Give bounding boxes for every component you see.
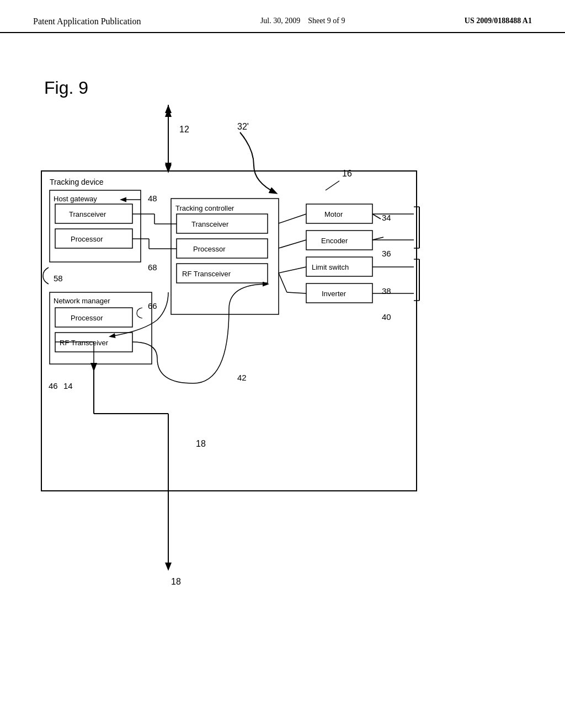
- ref-58: 58: [54, 274, 63, 283]
- tracking-controller-label: Tracking controller: [175, 204, 234, 212]
- page-header: Patent Application Publication Jul. 30, …: [0, 0, 565, 33]
- ref-18b: 18: [171, 577, 181, 586]
- header-center: Jul. 30, 2009 Sheet 9 of 9: [260, 17, 345, 25]
- rf-transceiver2-label: RF Transceiver: [182, 270, 231, 278]
- ref-14: 14: [63, 381, 73, 390]
- limit-switch-label: Limit switch: [312, 263, 349, 271]
- ref-32: 32': [237, 122, 249, 131]
- patent-number: US 2009/0188488 A1: [465, 17, 532, 25]
- svg-line-5: [279, 240, 306, 248]
- ref-66: 66: [148, 301, 157, 311]
- ref-12: 12: [179, 125, 189, 134]
- header-left: Patent Application Publication: [33, 17, 141, 26]
- svg-marker-37: [165, 105, 172, 113]
- header-sheet: Sheet 9 of 9: [308, 17, 345, 25]
- main-diagram-svg: Fig. 9 12 32' 16 Tracking device Host ga…: [0, 39, 565, 700]
- ref-46: 46: [49, 381, 58, 390]
- encoder-label: Encoder: [321, 237, 348, 245]
- processor3-label: Processor: [193, 245, 226, 253]
- header-right: US 2009/0188488 A1: [465, 17, 532, 25]
- tracking-device-label: Tracking device: [50, 178, 104, 186]
- transceiver1-label: Transceiver: [69, 210, 106, 218]
- svg-line-6: [279, 267, 306, 273]
- rf-transceiver1-label: RF Transceiver: [60, 339, 109, 347]
- ref-68: 68: [148, 263, 157, 272]
- ref-16: 16: [342, 169, 352, 178]
- header-date: Jul. 30, 2009: [260, 17, 300, 25]
- svg-line-9: [372, 214, 381, 219]
- inverter-label: Inverter: [322, 290, 347, 298]
- host-gateway-label: Host gateway: [54, 195, 97, 203]
- diagram-container: Fig. 9 12 32' 16 Tracking device Host ga…: [0, 39, 565, 700]
- publication-label: Patent Application Publication: [33, 17, 141, 26]
- ref-40: 40: [382, 312, 391, 322]
- ref-48: 48: [148, 194, 157, 203]
- tracking-controller-box: [171, 199, 279, 314]
- ref-38: 38: [382, 286, 391, 296]
- network-manager-label: Network manager: [54, 297, 110, 305]
- figure-label: Fig. 9: [44, 78, 88, 98]
- svg-line-2: [326, 181, 339, 190]
- ref-36: 36: [382, 249, 391, 258]
- svg-marker-38: [165, 163, 172, 171]
- ref-42: 42: [237, 373, 247, 382]
- tracking-device-outer-box: [41, 171, 417, 491]
- processor2-label: Processor: [71, 314, 103, 322]
- svg-line-4: [279, 214, 306, 223]
- motor-label: Motor: [324, 210, 343, 218]
- ref-18a: 18: [196, 439, 206, 448]
- processor1-label: Processor: [71, 235, 103, 243]
- svg-line-8: [287, 292, 306, 293]
- svg-line-7: [279, 273, 287, 292]
- transceiver2-label: Transceiver: [191, 220, 229, 228]
- svg-marker-28: [165, 563, 172, 571]
